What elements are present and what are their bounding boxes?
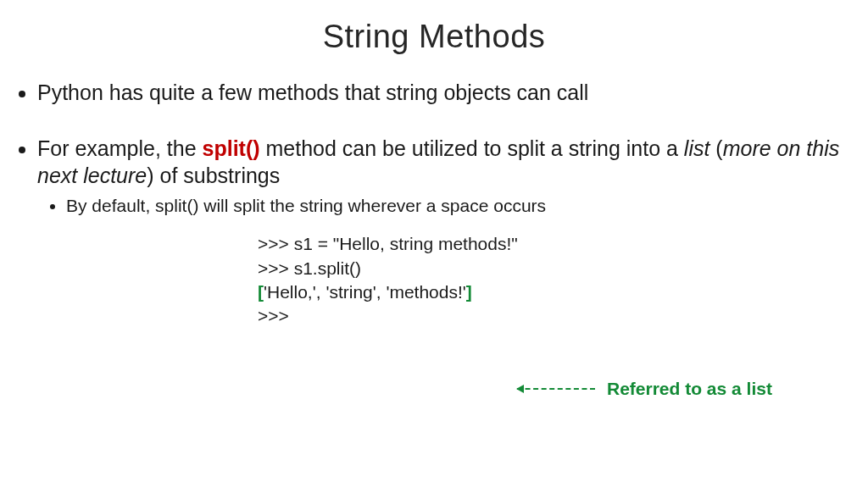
- bullet-list: Python has quite a few methods that stri…: [7, 79, 844, 217]
- sub-bullet-1: By default, split() will split the strin…: [66, 194, 844, 217]
- slide-title: String Methods: [0, 19, 868, 55]
- paren-close: ) of substrings: [147, 164, 280, 187]
- bullet-1-text: Python has quite a few methods that stri…: [37, 80, 588, 104]
- list-word: list: [684, 136, 710, 160]
- bullet-point-1: Python has quite a few methods that stri…: [37, 79, 844, 106]
- bullet-2-mid: method can be utilized to split a string…: [260, 136, 684, 160]
- sub-bullet-list: By default, split() will split the strin…: [37, 194, 844, 217]
- bullet-point-2: For example, the split() method can be u…: [37, 135, 844, 217]
- code-line-3: ['Hello,', 'string', 'methods!']: [258, 280, 868, 304]
- slide: String Methods Python has quite a few me…: [0, 19, 868, 488]
- annotation: Referred to as a list: [517, 379, 772, 399]
- code-line-2: >>> s1.split(): [258, 257, 868, 280]
- code-example: >>> s1 = "Hello, string methods!" >>> s1…: [258, 232, 868, 328]
- list-contents: 'Hello,', 'string', 'methods!': [264, 282, 466, 302]
- list-close-bracket: ]: [466, 282, 472, 302]
- paren-open: (: [709, 136, 722, 160]
- annotation-text: Referred to as a list: [607, 379, 772, 399]
- split-keyword: split(): [203, 136, 260, 160]
- code-line-4: >>>: [258, 304, 868, 328]
- sub-bullet-text: By default, split() will split the strin…: [66, 196, 546, 215]
- code-line-1: >>> s1 = "Hello, string methods!": [258, 232, 868, 256]
- arrow-icon: [517, 388, 595, 390]
- bullet-2-pre: For example, the: [37, 136, 203, 160]
- list-open-bracket: [: [258, 282, 264, 302]
